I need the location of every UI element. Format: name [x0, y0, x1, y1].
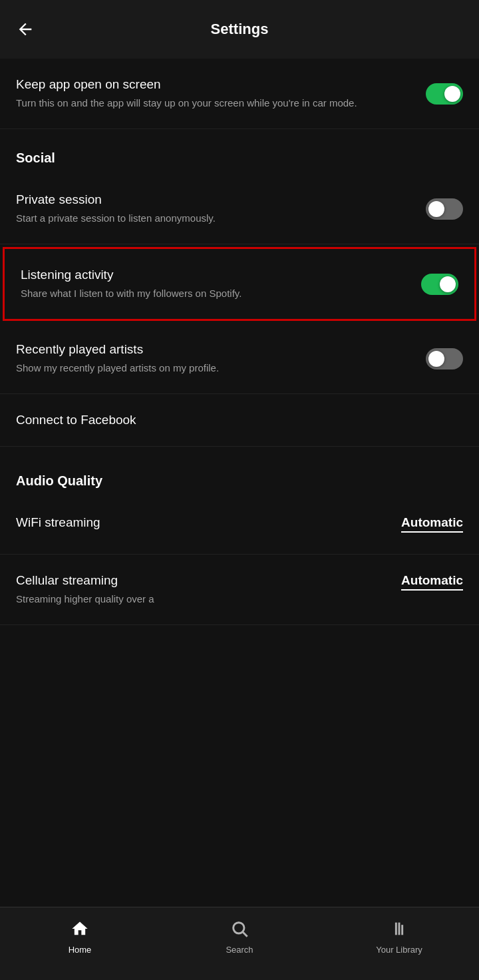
- listening-activity-toggle-knob: [440, 276, 456, 292]
- private-session-title: Private session: [16, 192, 412, 207]
- wifi-streaming-item: WiFi streaming Automatic: [0, 497, 479, 555]
- audio-quality-section-header: Audio Quality: [0, 447, 479, 497]
- listening-activity-toggle[interactable]: [421, 274, 458, 295]
- cellular-streaming-value: Automatic: [401, 573, 463, 591]
- cellular-streaming-value-container[interactable]: Automatic: [401, 573, 463, 593]
- nav-home[interactable]: Home: [0, 917, 160, 955]
- listening-activity-text: Listening activity Share what I listen t…: [21, 268, 421, 300]
- recently-played-toggle-knob: [428, 351, 444, 367]
- recently-played-toggle[interactable]: [426, 348, 463, 369]
- nav-search-label: Search: [226, 945, 253, 955]
- keep-app-open-toggle[interactable]: [426, 83, 463, 105]
- audio-quality-section-title: Audio Quality: [16, 473, 102, 488]
- listening-activity-highlight: Listening activity Share what I listen t…: [3, 247, 476, 321]
- recently-played-title: Recently played artists: [16, 342, 412, 357]
- keep-app-open-item: Keep app open on screen Turn this on and…: [0, 59, 479, 129]
- keep-app-open-title: Keep app open on screen: [16, 77, 412, 92]
- recently-played-desc: Show my recently played artists on my pr…: [16, 361, 412, 375]
- home-icon: [71, 917, 89, 941]
- wifi-streaming-title: WiFi streaming: [16, 515, 388, 530]
- listening-activity-title: Listening activity: [21, 268, 408, 282]
- connect-facebook-label: Connect to Facebook: [16, 413, 136, 427]
- listening-activity-desc: Share what I listen to with my followers…: [21, 286, 408, 300]
- keep-app-open-desc: Turn this on and the app will stay up on…: [16, 96, 412, 110]
- social-section-header: Social: [0, 129, 479, 174]
- connect-facebook-item[interactable]: Connect to Facebook: [0, 394, 479, 447]
- wifi-streaming-text: WiFi streaming: [16, 515, 401, 534]
- page-title: Settings: [211, 21, 269, 38]
- nav-search[interactable]: Search: [160, 917, 319, 955]
- back-button[interactable]: [16, 20, 35, 39]
- recently-played-item: Recently played artists Show my recently…: [0, 324, 479, 394]
- wifi-streaming-value: Automatic: [401, 515, 463, 533]
- settings-content: Keep app open on screen Turn this on and…: [0, 59, 479, 980]
- keep-app-open-text: Keep app open on screen Turn this on and…: [16, 77, 426, 110]
- private-session-toggle[interactable]: [426, 198, 463, 220]
- listening-activity-item: Listening activity Share what I listen t…: [5, 249, 474, 319]
- search-icon: [230, 917, 249, 941]
- settings-header: Settings: [0, 0, 479, 59]
- cellular-streaming-item: Cellular streaming Streaming higher qual…: [0, 555, 479, 625]
- bottom-nav: Home Search Your Library: [0, 907, 479, 980]
- wifi-streaming-value-container[interactable]: Automatic: [401, 515, 463, 535]
- cellular-streaming-text: Cellular streaming Streaming higher qual…: [16, 573, 401, 606]
- nav-library[interactable]: Your Library: [319, 917, 479, 955]
- private-session-desc: Start a private session to listen anonym…: [16, 211, 412, 225]
- private-session-toggle-knob: [428, 201, 444, 217]
- nav-library-label: Your Library: [376, 945, 422, 955]
- library-icon: [390, 917, 408, 941]
- social-section-title: Social: [16, 150, 55, 165]
- keep-app-open-toggle-knob: [444, 86, 460, 102]
- nav-home-label: Home: [69, 945, 92, 955]
- private-session-item: Private session Start a private session …: [0, 174, 479, 244]
- recently-played-text: Recently played artists Show my recently…: [16, 342, 426, 375]
- svg-line-1: [243, 932, 247, 936]
- svg-point-0: [234, 923, 244, 933]
- private-session-text: Private session Start a private session …: [16, 192, 426, 225]
- cellular-streaming-desc: Streaming higher quality over a: [16, 592, 388, 606]
- cellular-streaming-title: Cellular streaming: [16, 573, 388, 588]
